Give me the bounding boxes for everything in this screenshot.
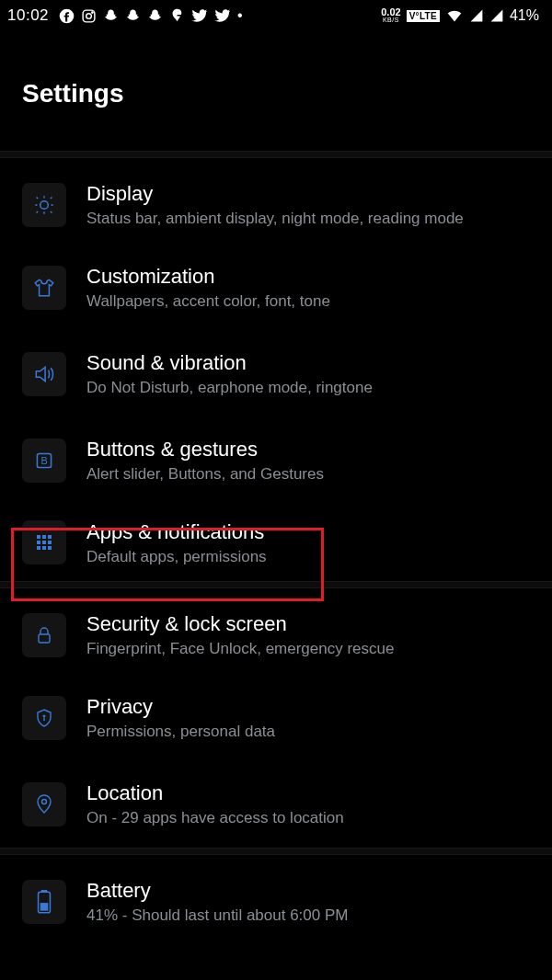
battery-icon [22,880,66,924]
item-subtitle: Permissions, personal data [86,723,275,741]
item-subtitle: 41% - Should last until about 6:00 PM [86,906,348,925]
settings-item-sound[interactable]: Sound & vibration Do Not Disturb, earpho… [0,331,552,417]
swiggy-icon [169,7,185,25]
snapchat-icon [147,8,163,24]
item-title: Location [86,781,344,805]
svg-rect-7 [37,535,40,539]
brightness-icon [22,183,66,227]
svg-rect-13 [37,546,40,550]
snapchat-icon [125,8,141,24]
buttons-icon: B [22,439,66,483]
settings-group: Display Status bar, ambient display, nig… [0,158,552,581]
svg-point-17 [43,715,46,718]
svg-point-18 [42,800,47,804]
svg-rect-11 [42,541,46,544]
settings-group: Battery 41% - Should last until about 6:… [0,855,552,941]
battery-percent: 41% [510,7,539,24]
settings-group: Security & lock screen Fingerprint, Face… [0,588,552,848]
apps-grid-icon [22,520,66,564]
snapchat-icon [103,8,119,24]
item-title: Apps & notifications [86,520,267,544]
item-subtitle: Wallpapers, accent color, font, tone [86,292,330,311]
svg-rect-21 [40,903,49,911]
settings-item-privacy[interactable]: Privacy Permissions, personal data [0,675,552,761]
svg-rect-9 [48,535,52,539]
item-subtitle: Default apps, permissions [86,548,267,566]
item-subtitle: On - 29 apps have access to location [86,809,344,827]
settings-item-battery[interactable]: Battery 41% - Should last until about 6:… [0,855,552,941]
facebook-icon [59,8,75,24]
status-right: 0.02KB/S V°LTE 41% [381,7,539,24]
item-title: Sound & vibration [86,351,373,375]
settings-item-security[interactable]: Security & lock screen Fingerprint, Face… [0,588,552,675]
svg-rect-14 [42,546,46,550]
svg-point-2 [86,13,92,18]
settings-item-buttons[interactable]: B Buttons & gestures Alert slider, Butto… [0,417,552,504]
svg-point-3 [92,11,93,12]
item-subtitle: Alert slider, Buttons, and Gestures [86,465,324,484]
data-speed: 0.02KB/S [381,7,400,23]
volte-badge: V°LTE [407,10,440,22]
item-title: Customization [86,265,330,289]
settings-item-location[interactable]: Location On - 29 apps have access to loc… [0,761,552,848]
signal-icon [469,8,484,23]
settings-item-customization[interactable]: Customization Wallpapers, accent color, … [0,245,552,331]
svg-point-4 [40,201,49,210]
wifi-icon [445,8,464,23]
svg-rect-15 [48,546,52,550]
settings-item-apps[interactable]: Apps & notifications Default apps, permi… [0,504,552,581]
svg-rect-16 [39,634,50,643]
svg-rect-10 [37,541,40,544]
more-dot-icon: • [237,7,243,24]
privacy-shield-icon [22,696,66,740]
settings-item-display[interactable]: Display Status bar, ambient display, nig… [0,158,552,245]
svg-rect-20 [41,890,47,892]
twitter-icon [191,7,208,24]
status-time: 10:02 [7,6,49,25]
item-subtitle: Fingerprint, Face Unlock, emergency resc… [86,640,394,658]
tshirt-icon [22,266,66,310]
location-pin-icon [22,782,66,826]
lock-icon [22,613,66,657]
divider [0,581,552,588]
volume-icon [22,352,66,396]
item-subtitle: Do Not Disturb, earphone mode, ringtone [86,379,373,397]
item-title: Security & lock screen [86,612,394,636]
page-title: Settings [0,31,552,151]
item-title: Battery [86,879,348,903]
status-left: 10:02 • [7,6,243,25]
divider [0,151,552,158]
svg-rect-12 [48,541,52,544]
status-bar: 10:02 • 0.02KB/S V°LTE 41% [0,0,552,31]
item-title: Buttons & gestures [86,438,324,462]
svg-rect-8 [42,535,46,539]
instagram-icon [81,8,97,24]
item-title: Privacy [86,695,275,719]
svg-text:B: B [40,455,47,466]
twitter-icon [214,7,231,24]
signal-icon [489,8,504,23]
divider [0,848,552,855]
item-subtitle: Status bar, ambient display, night mode,… [86,210,464,228]
item-title: Display [86,182,464,206]
